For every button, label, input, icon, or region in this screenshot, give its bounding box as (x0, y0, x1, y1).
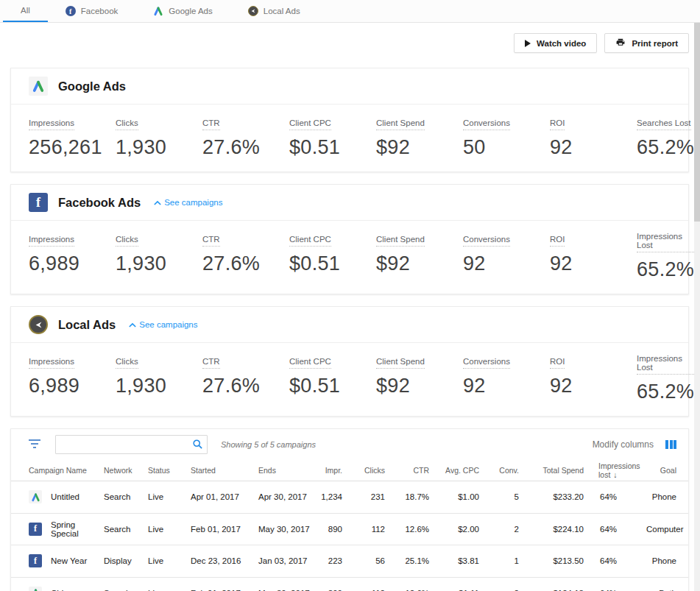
see-campaigns-label: See campaigns (139, 320, 197, 329)
stat-block: Impressions Lost 65.2% (637, 232, 694, 281)
stat-block: Client CPC $0.51 (289, 354, 376, 403)
table-row[interactable]: f New Year Display Live Dec 23, 2016 Jan… (11, 545, 688, 578)
table-toolbar: Showing 5 of 5 campaigns Modify columns (11, 429, 688, 460)
campaign-network: Display (104, 556, 148, 565)
stat-value: $0.51 (289, 252, 376, 275)
stat-value: 256,261 (29, 136, 116, 159)
stat-block: ROI 92 (550, 116, 637, 159)
table-row[interactable]: f Spring Special Search Live Feb 01, 201… (11, 514, 688, 546)
campaign-clicks: 112 (342, 525, 385, 534)
col-impressions-lost[interactable]: Impressions lost↓ (584, 461, 646, 479)
col-impr[interactable]: Impr. (317, 466, 342, 475)
stat-value: 1,930 (116, 375, 202, 397)
col-ends[interactable]: Ends (258, 466, 317, 475)
tab-google-ads[interactable]: Google Ads (135, 0, 230, 22)
google-ads-summary-card: Google Ads Impressions 256,261 Clicks 1,… (10, 68, 689, 172)
google-ads-icon (29, 77, 48, 96)
stat-label: Client Spend (376, 118, 425, 130)
google-ads-icon (29, 490, 42, 503)
tab-all[interactable]: All (3, 0, 48, 22)
stat-block: ROI 92 (550, 354, 637, 403)
campaign-goal: Computer (646, 525, 684, 534)
col-network[interactable]: Network (104, 466, 148, 475)
watch-video-label: Watch video (537, 39, 586, 48)
campaign-avg-cpc: $3.81 (429, 556, 479, 565)
see-campaigns-label: See campaigns (164, 198, 222, 207)
campaign-conversions: 2 (479, 525, 519, 534)
print-report-button[interactable]: Print report (604, 33, 689, 53)
stat-block: Impressions Lost 65.2% (637, 354, 694, 403)
watch-video-button[interactable]: Watch video (514, 33, 597, 53)
campaign-network: Search (104, 525, 148, 534)
stat-value: 27.6% (202, 375, 289, 397)
stat-label: Searches Lost (637, 118, 691, 130)
stat-value: 27.6% (202, 136, 289, 159)
stat-value: 6,989 (29, 375, 116, 397)
campaign-ctr: 18.7% (385, 492, 429, 501)
modify-columns-button[interactable]: Modify columns (593, 439, 654, 450)
campaign-clicks: 56 (342, 556, 385, 565)
stat-label: Client Spend (376, 357, 425, 369)
campaign-total-spend: $224.10 (519, 525, 584, 534)
tab-facebook[interactable]: f Facebook (48, 0, 136, 22)
campaign-ends: Apr 30, 2017 (258, 492, 317, 501)
col-avg-cpc[interactable]: Avg. CPC (429, 466, 479, 475)
stat-block: Impressions 256,261 (29, 116, 116, 159)
filter-icon[interactable] (29, 438, 40, 451)
facebook-ads-summary-card: f Facebook Ads See campaigns Impressions… (10, 184, 689, 294)
search-input[interactable] (55, 435, 208, 454)
stat-block: Impressions 6,989 (29, 232, 116, 281)
col-conv[interactable]: Conv. (479, 466, 519, 475)
campaign-name[interactable]: New Year (51, 556, 87, 565)
stat-block: Impressions 6,989 (29, 354, 116, 403)
col-ctr[interactable]: CTR (385, 466, 429, 475)
tab-facebook-label: Facebook (81, 7, 119, 15)
stat-value: 92 (550, 252, 637, 275)
campaign-ctr: 25.1% (385, 556, 429, 565)
see-campaigns-link[interactable]: See campaigns (129, 320, 197, 329)
stat-block: CTR 27.6% (202, 354, 289, 403)
scrollbar-thumb[interactable] (694, 23, 700, 222)
campaign-status: Live (148, 556, 191, 565)
col-status[interactable]: Status (148, 466, 191, 475)
col-campaign-name[interactable]: Campaign Name (29, 466, 104, 475)
tab-local-ads-label: Local Ads (264, 7, 300, 15)
stat-block: Conversions 92 (463, 232, 550, 281)
report-actions: Watch video Print report (0, 23, 700, 53)
search-icon[interactable] (192, 439, 203, 453)
local-ads-icon (29, 315, 48, 334)
stat-value: $92 (376, 375, 463, 397)
stat-label: Client Spend (376, 235, 425, 247)
table-row[interactable]: f Untitled Search Live Apr 01, 2017 Apr … (11, 481, 688, 514)
see-campaigns-link[interactable]: See campaigns (154, 198, 222, 207)
stat-label: Impressions Lost (637, 354, 694, 375)
campaign-total-spend: $233.20 (519, 492, 584, 501)
campaign-impressions: 1,234 (317, 492, 342, 501)
campaign-name[interactable]: Spring Special (51, 520, 104, 538)
search-box (55, 435, 208, 454)
col-started[interactable]: Started (191, 466, 258, 475)
stat-value: 27.6% (202, 252, 289, 275)
vertical-scrollbar[interactable] (694, 23, 700, 591)
col-goal[interactable]: Goal (646, 466, 676, 475)
campaign-name[interactable]: Untitled (51, 492, 79, 501)
stat-value: $92 (376, 252, 463, 275)
stat-value: 50 (463, 136, 550, 159)
campaign-conversions: 1 (479, 556, 519, 565)
stat-label: Client CPC (289, 357, 331, 369)
showing-count: Showing 5 of 5 campaigns (221, 440, 316, 449)
stat-label: Conversions (463, 357, 510, 369)
stat-block: CTR 27.6% (202, 116, 289, 159)
columns-icon[interactable] (665, 440, 676, 449)
tab-local-ads[interactable]: Local Ads (230, 0, 318, 22)
table-row[interactable]: f Chicago Search Live Feb 01, 2017 May 3… (11, 578, 688, 591)
col-total-spend[interactable]: Total Spend (519, 466, 584, 475)
col-clicks[interactable]: Clicks (342, 466, 385, 475)
stat-block: Client CPC $0.51 (289, 116, 376, 159)
stat-label: CTR (202, 235, 220, 247)
stat-label: Clicks (116, 118, 138, 130)
stat-label: ROI (550, 235, 565, 247)
stat-value: 1,930 (116, 252, 202, 275)
campaign-impressions-lost: 64% (584, 525, 646, 534)
facebook-icon: f (29, 554, 42, 567)
